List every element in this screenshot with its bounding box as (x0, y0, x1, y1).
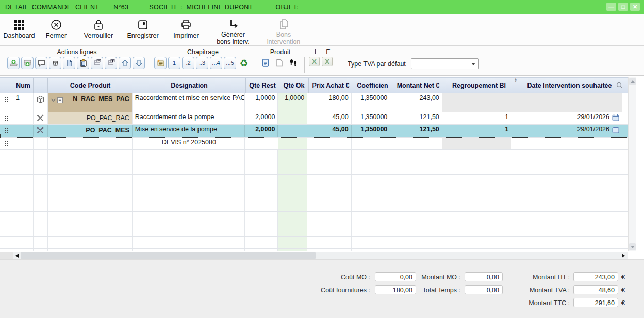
minimize-button[interactable]: — (606, 3, 616, 11)
cell-num[interactable] (13, 112, 34, 124)
header-date-intervention[interactable]: ▲▼ Date Intervention souhaitée (514, 78, 625, 93)
cell-code-produit[interactable] (48, 138, 133, 149)
empty-row[interactable] (0, 175, 628, 187)
cell-code-produit[interactable]: PO_PAC_MES (48, 125, 133, 137)
header-qte-ok[interactable]: Qté Ok (279, 78, 309, 93)
empty-row[interactable] (0, 150, 628, 162)
cell-designation[interactable]: DEVIS n° 2025080 (133, 138, 245, 149)
close-button[interactable]: ✕ (630, 3, 640, 11)
enregistrer-button[interactable]: Enregistrer (121, 14, 165, 45)
row-drag-handle[interactable] (0, 138, 13, 149)
scroll-right-button[interactable] (620, 252, 627, 259)
recycle-icon[interactable]: ♻ (238, 57, 250, 69)
search-icon[interactable] (616, 82, 623, 90)
empty-row[interactable] (0, 224, 628, 237)
row-drag-handle[interactable] (0, 125, 13, 137)
chapter-level-2-button[interactable]: .2 (182, 57, 194, 69)
cell-qte-ok[interactable] (278, 112, 307, 124)
sort-spinner-icon[interactable]: ▲▼ (514, 78, 517, 83)
cell-date-intervention[interactable]: 29/01/2026 (511, 125, 622, 137)
row-drag-handle[interactable] (0, 112, 13, 124)
delete-line-button[interactable] (49, 57, 61, 69)
table-row-devis[interactable]: DEVIS n° 2025080 (0, 138, 628, 150)
header-montant-net[interactable]: Montant Net € (392, 78, 444, 93)
chapter-level-4-button[interactable]: ...4 (210, 57, 222, 69)
cell-num[interactable] (13, 125, 34, 137)
cell-date-intervention[interactable]: 29/01/2026 (511, 112, 622, 124)
cell-regroupement[interactable]: 1 (442, 125, 511, 137)
chapter-list-button[interactable] (154, 57, 167, 69)
cell-qte-ok[interactable] (278, 125, 307, 137)
cell-designation[interactable]: Raccordement de la pompe (133, 112, 245, 124)
chapter-level-1-button[interactable]: 1 (168, 57, 180, 69)
generer-bons-button[interactable]: Générer bons interv. (207, 14, 259, 45)
paste-button[interactable] (77, 57, 89, 69)
calendar-icon[interactable] (612, 114, 619, 123)
table-row-parent[interactable]: 1 − N_RAC_MES_PAC Raccordement et mise e… (0, 93, 628, 112)
empty-row[interactable] (0, 212, 628, 224)
empty-row[interactable] (0, 162, 628, 175)
fermer-button[interactable]: Fermer (36, 14, 76, 45)
chevron-down-icon[interactable] (51, 96, 56, 104)
cell-coefficient[interactable]: 1,350000 (352, 112, 391, 124)
footprints-icon[interactable] (287, 57, 300, 69)
imprimer-button[interactable]: Imprimer (165, 14, 207, 45)
montant-tva-field[interactable]: 48,60 (573, 285, 618, 294)
scroll-down-button[interactable] (629, 243, 636, 250)
cell-code-produit[interactable]: − N_RAC_MES_PAC (48, 93, 133, 112)
new-document-button[interactable] (63, 57, 75, 69)
cell-coefficient[interactable]: 1,350000 (352, 93, 391, 112)
empty-row[interactable] (0, 199, 628, 212)
cell-montant-net[interactable]: 121,50 (390, 112, 442, 124)
collapse-icon[interactable]: − (57, 97, 63, 103)
chapter-level-3-button[interactable]: ..3 (196, 57, 208, 69)
scroll-up-button[interactable] (629, 78, 636, 85)
cell-qte-rest[interactable]: 2,0000 (245, 125, 278, 137)
add-line-button[interactable] (7, 57, 20, 69)
insert-line-button[interactable] (21, 57, 34, 69)
cell-code-produit[interactable]: PO_PAC_RAC (48, 112, 133, 124)
comment-button[interactable] (35, 57, 47, 69)
maximize-button[interactable]: □ (618, 3, 628, 11)
table-row-child[interactable]: PO_PAC_RAC Raccordement de la pompe 2,00… (0, 112, 628, 125)
header-qte-rest[interactable]: Qté Rest (246, 78, 279, 93)
excel-import-icon[interactable]: X (309, 57, 320, 66)
outdent-line-button[interactable] (91, 57, 103, 69)
header-coefficient[interactable]: Coefficien (353, 78, 392, 93)
header-prix-achat[interactable]: Prix Achat € (309, 78, 353, 93)
empty-row[interactable] (0, 187, 628, 199)
verrouiller-button[interactable]: Verrouiller (76, 14, 121, 45)
cell-qte-rest[interactable]: 1,0000 (245, 93, 278, 112)
header-regroupement-bi[interactable]: Regroupement BI (444, 78, 514, 93)
chapter-level-5-button[interactable]: ...5 (224, 57, 236, 69)
blank-sheet-icon[interactable] (273, 57, 286, 69)
move-up-button[interactable] (119, 57, 131, 69)
header-code-produit[interactable]: Code Produit (48, 78, 133, 93)
header-num[interactable]: Num (13, 78, 34, 93)
cell-qte-rest[interactable]: 2,0000 (245, 112, 278, 124)
empty-row[interactable] (0, 237, 628, 249)
tva-select[interactable] (411, 58, 479, 69)
montant-ttc-field[interactable]: 291,60 (573, 298, 618, 307)
indent-line-button[interactable] (105, 57, 117, 69)
table-row-selected[interactable]: PO_PAC_MES Mise en service de la pompe 2… (0, 125, 628, 138)
cell-coefficient[interactable]: 1,350000 (352, 125, 391, 137)
scroll-left-button[interactable] (13, 252, 21, 259)
cell-num[interactable] (13, 138, 34, 149)
cell-designation[interactable]: Raccordement et mise en service PAC (133, 93, 245, 112)
cell-montant-net[interactable]: 243,00 (390, 93, 442, 112)
row-drag-handle[interactable] (0, 93, 13, 112)
cell-montant-net[interactable]: 121,50 (390, 125, 442, 137)
cell-prix-achat[interactable]: 45,00 (307, 125, 352, 137)
cell-prix-achat[interactable]: 180,00 (307, 93, 352, 112)
horizontal-scroll-thumb[interactable] (21, 252, 316, 259)
empty-row[interactable] (0, 249, 628, 251)
excel-export-icon[interactable]: X (322, 57, 333, 66)
product-sheet-icon[interactable] (259, 57, 272, 69)
montant-ht-field[interactable]: 243,00 (573, 272, 618, 281)
calendar-icon[interactable] (612, 126, 619, 135)
vertical-scrollbar[interactable] (628, 77, 636, 251)
dashboard-button[interactable]: Dashboard (2, 14, 36, 45)
horizontal-scrollbar[interactable] (13, 252, 628, 259)
move-down-button[interactable] (133, 57, 145, 69)
